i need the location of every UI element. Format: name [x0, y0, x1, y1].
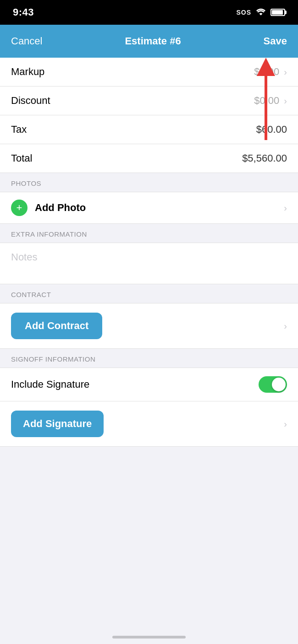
discount-row[interactable]: Discount $0.00 ›: [0, 87, 298, 115]
add-signature-row[interactable]: Add Signature ›: [0, 401, 298, 447]
notes-placeholder: Notes: [11, 251, 37, 263]
cancel-button[interactable]: Cancel: [11, 35, 42, 47]
discount-value: $0.00 ›: [254, 95, 287, 107]
markup-label: Markup: [11, 66, 44, 78]
sos-icon: SOS: [236, 9, 251, 16]
contract-section-header: CONTRACT: [0, 284, 298, 303]
add-signature-button[interactable]: Add Signature: [11, 411, 104, 437]
photos-section-header: PHOTOS: [0, 173, 298, 192]
battery-icon: [270, 9, 285, 16]
discount-chevron: ›: [284, 96, 287, 106]
status-bar: 9:43 SOS: [0, 0, 298, 25]
content: Markup $0.00 › Discount $0.00 › Tax $60.…: [0, 58, 298, 447]
add-photo-plus-icon: +: [11, 200, 28, 216]
tax-value: $60.00: [256, 124, 287, 135]
add-photo-chevron: ›: [284, 203, 287, 213]
save-button[interactable]: Save: [264, 35, 287, 47]
markup-value: $0.00 ›: [254, 66, 287, 78]
status-time: 9:43: [13, 6, 34, 18]
include-signature-row: Include Signature: [0, 368, 298, 401]
add-photo-label: Add Photo: [35, 202, 86, 214]
tax-row[interactable]: Tax $60.00: [0, 115, 298, 144]
nav-bar: Cancel Estimate #6 Save: [0, 25, 298, 58]
include-signature-label: Include Signature: [11, 379, 89, 390]
contract-chevron: ›: [284, 321, 287, 331]
extra-info-section-header: EXTRA INFORMATION: [0, 224, 298, 243]
total-row: Total $5,560.00: [0, 144, 298, 173]
home-indicator: [112, 636, 186, 639]
add-signature-chevron: ›: [284, 419, 287, 429]
toggle-knob: [272, 378, 286, 391]
notes-area[interactable]: Notes: [0, 243, 298, 284]
signoff-section-header: SIGNOFF INFORMATION: [0, 349, 298, 368]
status-icons: SOS: [236, 8, 285, 17]
markup-chevron: ›: [284, 67, 287, 77]
discount-label: Discount: [11, 95, 50, 107]
nav-title: Estimate #6: [125, 35, 181, 47]
total-value: $5,560.00: [242, 152, 287, 164]
add-photo-row[interactable]: + Add Photo ›: [0, 192, 298, 224]
bottom-fill: [0, 447, 298, 644]
markup-row[interactable]: Markup $0.00 ›: [0, 58, 298, 87]
total-label: Total: [11, 152, 32, 164]
add-contract-button[interactable]: Add Contract: [11, 313, 102, 339]
tax-label: Tax: [11, 124, 27, 135]
wifi-icon: [256, 8, 266, 17]
include-signature-toggle[interactable]: [259, 376, 287, 393]
contract-row[interactable]: Add Contract ›: [0, 303, 298, 349]
